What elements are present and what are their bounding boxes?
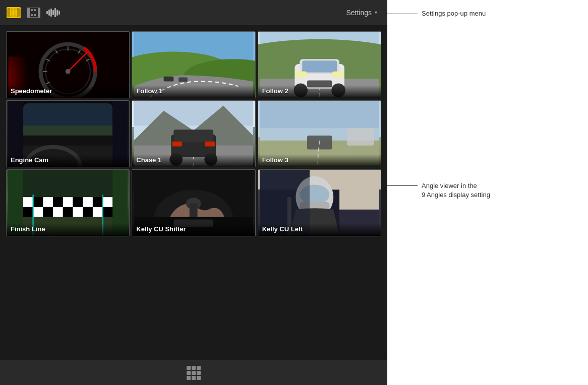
video-cell-kelly-shifter[interactable]: Kelly CU Shifter bbox=[132, 169, 255, 236]
svg-rect-87 bbox=[83, 197, 93, 207]
video-cell-chase1[interactable]: Chase 1 bbox=[132, 100, 255, 167]
video-label-kelly-left: Kelly CU Left bbox=[258, 223, 381, 236]
svg-rect-4 bbox=[12, 11, 13, 15]
video-label-finish-line: Finish Line bbox=[7, 223, 129, 236]
video-cell-follow2[interactable]: Follow 2 bbox=[258, 31, 381, 98]
svg-rect-2 bbox=[18, 9, 20, 17]
svg-rect-17 bbox=[50, 9, 52, 17]
svg-rect-14 bbox=[34, 14, 36, 16]
svg-rect-85 bbox=[63, 197, 73, 207]
svg-rect-48 bbox=[302, 60, 337, 73]
svg-rect-39 bbox=[164, 77, 174, 82]
annotation-angle-viewer: Angle viewer in the 9 Angles display set… bbox=[387, 181, 490, 200]
svg-rect-106 bbox=[190, 204, 198, 219]
svg-rect-82 bbox=[33, 197, 43, 207]
video-cell-kelly-left[interactable]: Kelly CU Left bbox=[258, 169, 381, 236]
svg-rect-15 bbox=[46, 11, 48, 14]
film-icon-button[interactable] bbox=[26, 5, 41, 20]
annotation-leader-angle bbox=[387, 185, 418, 186]
video-label-follow3: Follow 3 bbox=[258, 154, 381, 167]
svg-rect-97 bbox=[93, 207, 103, 217]
settings-button[interactable]: Settings ▾ bbox=[342, 7, 381, 19]
svg-rect-13 bbox=[31, 14, 33, 16]
svg-rect-1 bbox=[8, 9, 10, 17]
angle-viewer-panel: Settings ▾ bbox=[0, 0, 387, 385]
svg-rect-98 bbox=[103, 207, 113, 217]
video-clip-icon bbox=[7, 7, 21, 18]
video-label-follow2: Follow 2 bbox=[258, 85, 381, 98]
settings-chevron-icon: ▾ bbox=[375, 10, 377, 15]
audio-waveform-icon bbox=[46, 8, 62, 18]
grid-view-icon[interactable] bbox=[187, 366, 201, 380]
film-icon bbox=[27, 8, 40, 18]
svg-rect-68 bbox=[174, 130, 214, 142]
svg-rect-21 bbox=[58, 11, 60, 15]
video-clip-icon-button[interactable] bbox=[6, 5, 21, 20]
svg-rect-56 bbox=[23, 125, 112, 136]
video-cell-engine-cam[interactable]: Engine Cam bbox=[6, 100, 130, 167]
svg-rect-12 bbox=[34, 9, 36, 11]
video-cell-finish-line[interactable]: Finish Line bbox=[6, 169, 130, 236]
svg-rect-9 bbox=[27, 8, 30, 18]
video-cell-follow3[interactable]: Follow 3 bbox=[258, 100, 381, 167]
svg-rect-83 bbox=[43, 197, 53, 207]
svg-rect-94 bbox=[63, 207, 73, 217]
svg-rect-86 bbox=[73, 197, 83, 207]
svg-rect-81 bbox=[23, 197, 33, 207]
audio-waveform-icon-button[interactable] bbox=[46, 5, 62, 20]
video-grid: Speedometer bbox=[6, 31, 381, 236]
toolbar-left bbox=[6, 5, 62, 20]
svg-rect-90 bbox=[23, 207, 33, 217]
video-label-kelly-shifter: Kelly CU Shifter bbox=[132, 223, 255, 236]
svg-rect-89 bbox=[103, 197, 113, 207]
grid-container: Speedometer bbox=[0, 25, 387, 360]
annotation-settings-text: Settings pop-up menu bbox=[422, 9, 486, 18]
video-label-engine-cam: Engine Cam bbox=[7, 154, 129, 167]
svg-rect-74 bbox=[260, 101, 379, 128]
svg-rect-49 bbox=[296, 72, 307, 78]
video-cell-follow1[interactable]: Follow 1 bbox=[132, 31, 255, 98]
svg-rect-16 bbox=[48, 10, 50, 16]
svg-rect-5 bbox=[13, 9, 14, 16]
svg-rect-91 bbox=[33, 207, 43, 217]
svg-rect-18 bbox=[52, 10, 54, 15]
video-cell-speedometer[interactable]: Speedometer bbox=[6, 31, 130, 98]
annotation-panel: Settings pop-up menu Angle viewer in the… bbox=[387, 0, 588, 385]
toolbar: Settings ▾ bbox=[0, 0, 387, 25]
annotation-settings: Settings pop-up menu bbox=[387, 9, 486, 18]
svg-rect-20 bbox=[56, 10, 58, 16]
svg-rect-84 bbox=[53, 197, 63, 207]
svg-rect-76 bbox=[346, 128, 374, 145]
svg-rect-69 bbox=[172, 142, 183, 147]
svg-rect-40 bbox=[179, 78, 188, 82]
video-label-chase1: Chase 1 bbox=[132, 154, 255, 167]
svg-rect-96 bbox=[83, 207, 93, 217]
annotation-leader-settings bbox=[387, 14, 418, 14]
svg-rect-6 bbox=[15, 10, 16, 15]
svg-rect-3 bbox=[10, 10, 11, 16]
video-label-speedometer: Speedometer bbox=[7, 85, 129, 98]
svg-rect-88 bbox=[93, 197, 103, 207]
svg-rect-10 bbox=[38, 8, 40, 18]
svg-rect-11 bbox=[31, 9, 33, 11]
svg-rect-70 bbox=[205, 142, 215, 147]
svg-rect-19 bbox=[54, 8, 56, 17]
svg-rect-50 bbox=[332, 72, 343, 78]
svg-rect-95 bbox=[73, 207, 83, 217]
svg-rect-7 bbox=[16, 10, 17, 16]
svg-rect-92 bbox=[43, 207, 53, 217]
svg-point-33 bbox=[66, 69, 71, 74]
svg-rect-93 bbox=[53, 207, 63, 217]
bottom-bar bbox=[0, 360, 387, 385]
video-label-follow1: Follow 1 bbox=[132, 85, 255, 98]
settings-label: Settings bbox=[346, 9, 372, 17]
annotation-angle-text: Angle viewer in the 9 Angles display set… bbox=[422, 181, 490, 200]
